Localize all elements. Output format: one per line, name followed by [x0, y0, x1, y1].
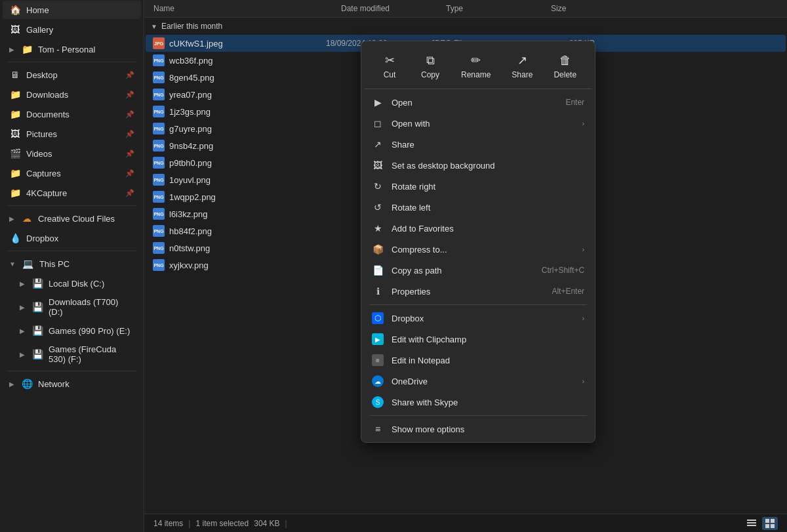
ctx-item-rotate-right[interactable]: ↻ Rotate right — [364, 176, 592, 197]
ctx-item-open[interactable]: ▶ Open Enter — [364, 92, 592, 113]
sidebar-item-captures[interactable]: 📁 Captures 📌 — [3, 164, 141, 182]
ctx-item-set-desktop-bg[interactable]: 🖼 Set as desktop background — [364, 155, 592, 176]
pin-icon-videos: 📌 — [125, 150, 134, 158]
pin-icon-desktop: 📌 — [125, 71, 134, 79]
expand-icon-network: ▶ — [9, 380, 14, 388]
ctx-items-container: ▶ Open Enter ◻ Open with › ↗ Share 🖼 Set… — [364, 92, 592, 440]
sidebar-item-4kcapture[interactable]: 📁 4KCapture 📌 — [3, 184, 141, 202]
ctx-item-dropbox[interactable]: ⬡ Dropbox › — [364, 308, 592, 329]
ctx-item-icon-glyph: ◻ — [374, 118, 382, 129]
sidebar-item-home[interactable]: 🏠 Home — [3, 1, 141, 19]
creative-cloud-icon: ☁ — [21, 213, 33, 224]
ctx-label-share-skype: Share with Skype — [392, 398, 584, 407]
ctx-item-share-skype[interactable]: S Share with Skype — [364, 392, 592, 413]
context-menu-actions-bar: ✂ Cut ⧉ Copy ✏ Rename ↗ Share — [364, 44, 592, 89]
ctx-delete-label: Delete — [554, 70, 576, 79]
network-icon: 🌐 — [21, 378, 33, 390]
sidebar-item-desktop[interactable]: 🖥 Desktop 📌 — [3, 66, 141, 84]
ctx-item-compress-to[interactable]: 📦 Compress to... › — [364, 239, 592, 260]
sidebar-label-games-f: Games (FireCuda 530) (F:) — [49, 344, 134, 364]
ctx-copy-label: Copy — [421, 70, 439, 79]
ctx-item-share[interactable]: ↗ Share — [364, 134, 592, 155]
ctx-item-icon-glyph: 📄 — [373, 265, 384, 276]
ctx-label-dropbox: Dropbox — [392, 314, 574, 323]
ctx-item-properties[interactable]: ℹ Properties Alt+Enter — [364, 281, 592, 302]
ctx-label-open: Open — [392, 98, 557, 108]
ctx-label-show-more: Show more options — [392, 424, 584, 434]
sidebar-item-videos[interactable]: 🎬 Videos 📌 — [3, 144, 141, 163]
app-container: 🏠 Home 🖼 Gallery ▶ 📁 Tom - Personal 🖥 De… — [0, 0, 787, 532]
ctx-delete-button[interactable]: 🗑 Delete — [544, 50, 586, 83]
ctx-share-button[interactable]: ↗ Share — [502, 49, 542, 83]
rename-icon: ✏ — [471, 53, 481, 68]
ctx-icon-set-desktop-bg: 🖼 — [372, 159, 384, 171]
gallery-icon: 🖼 — [9, 24, 21, 35]
sidebar-label-desktop: Desktop — [26, 70, 120, 80]
ctx-shortcut-copy-as-path: Ctrl+Shift+C — [542, 266, 584, 275]
ctx-separator-after-share-skype — [369, 415, 587, 416]
ctx-rename-button[interactable]: ✏ Rename — [452, 49, 500, 83]
ctx-item-open-with[interactable]: ◻ Open with › — [364, 113, 592, 134]
dropbox-menu-icon: ⬡ — [372, 312, 384, 324]
sidebar-item-downloads-d[interactable]: ▶ 💾 Downloads (T700) (D:) — [3, 294, 141, 320]
ctx-label-rotate-right: Rotate right — [392, 182, 584, 192]
ctx-icon-share: ↗ — [372, 138, 384, 150]
sidebar-item-tom-personal[interactable]: ▶ 📁 Tom - Personal — [3, 40, 141, 58]
ctx-item-edit-clipchamp[interactable]: ▶ Edit with Clipchamp — [364, 329, 592, 350]
ctx-arrow-open-with: › — [582, 119, 584, 127]
documents-icon: 📁 — [9, 108, 21, 120]
sidebar-item-pictures[interactable]: 🖼 Pictures 📌 — [3, 125, 141, 143]
sidebar-item-network[interactable]: ▶ 🌐 Network — [3, 375, 141, 393]
sidebar-label-tom: Tom - Personal — [38, 45, 134, 54]
sidebar-item-dropbox[interactable]: 💧 Dropbox — [3, 229, 141, 247]
ctx-cut-label: Cut — [384, 70, 396, 79]
sidebar-label-videos: Videos — [26, 149, 120, 159]
ctx-item-copy-as-path[interactable]: 📄 Copy as path Ctrl+Shift+C — [364, 260, 592, 281]
cut-icon: ✂ — [385, 53, 395, 68]
sidebar-item-documents[interactable]: 📁 Documents 📌 — [3, 105, 141, 123]
sidebar-label-network: Network — [38, 379, 134, 389]
ctx-item-icon-glyph: ≡ — [375, 424, 380, 434]
this-pc-icon: 💻 — [22, 258, 34, 270]
sidebar-label-downloads: Downloads — [26, 90, 120, 100]
ctx-label-rotate-left: Rotate left — [392, 203, 584, 213]
sidebar-item-creative-cloud[interactable]: ▶ ☁ Creative Cloud Files — [3, 209, 141, 228]
ctx-item-icon-glyph: ↺ — [374, 202, 382, 213]
ctx-icon-dropbox: ⬡ — [372, 312, 384, 324]
ctx-item-show-more[interactable]: ≡ Show more options — [364, 419, 592, 440]
pin-icon-captures: 📌 — [125, 169, 134, 178]
sidebar-item-games-f[interactable]: ▶ 💾 Games (FireCuda 530) (F:) — [3, 341, 141, 367]
main-content: Name Date modified Type Size ▼ Earlier t… — [144, 0, 787, 532]
pin-icon-downloads: 📌 — [125, 91, 134, 99]
ctx-icon-rotate-left: ↺ — [372, 201, 384, 213]
ctx-item-icon-glyph: 🖼 — [373, 160, 382, 171]
ctx-item-edit-notepad[interactable]: ≡ Edit in Notepad — [364, 350, 592, 371]
ctx-icon-properties: ℹ — [372, 285, 384, 297]
sidebar-item-games-e[interactable]: ▶ 💾 Games (990 Pro) (E:) — [3, 321, 141, 340]
ctx-item-icon-glyph: 📦 — [373, 244, 384, 255]
captures-icon: 📁 — [9, 167, 21, 179]
ctx-item-onedrive[interactable]: ☁ OneDrive › — [364, 371, 592, 392]
sidebar-item-local-disk-c[interactable]: ▶ 💾 Local Disk (C:) — [3, 274, 141, 293]
dropbox-icon: 💧 — [9, 232, 21, 244]
ctx-item-add-favorites[interactable]: ★ Add to Favorites — [364, 218, 592, 239]
downloads-d-icon: 💾 — [31, 301, 43, 313]
ctx-icon-copy-as-path: 📄 — [372, 264, 384, 276]
sidebar-item-gallery[interactable]: 🖼 Gallery — [3, 20, 141, 39]
ctx-label-compress-to: Compress to... — [392, 245, 574, 255]
context-menu: ✂ Cut ⧉ Copy ✏ Rename ↗ Share — [361, 41, 595, 443]
sidebar-item-this-pc[interactable]: ▼ 💻 This PC — [3, 255, 141, 273]
ctx-item-rotate-left[interactable]: ↺ Rotate left — [364, 197, 592, 218]
sidebar-label-home: Home — [26, 5, 134, 15]
ctx-shortcut-properties: Alt+Enter — [552, 287, 584, 296]
ctx-copy-button[interactable]: ⧉ Copy — [411, 50, 449, 83]
ctx-icon-show-more: ≡ — [372, 423, 384, 435]
ctx-label-share: Share — [392, 140, 584, 150]
ctx-item-icon-glyph: ★ — [374, 223, 382, 234]
sidebar-item-downloads[interactable]: 📁 Downloads 📌 — [3, 85, 141, 104]
skype-menu-icon: S — [372, 396, 384, 408]
ctx-cut-button[interactable]: ✂ Cut — [371, 49, 409, 83]
ctx-icon-compress-to: 📦 — [372, 243, 384, 255]
sidebar: 🏠 Home 🖼 Gallery ▶ 📁 Tom - Personal 🖥 De… — [0, 0, 144, 532]
ctx-share-label: Share — [512, 70, 533, 79]
